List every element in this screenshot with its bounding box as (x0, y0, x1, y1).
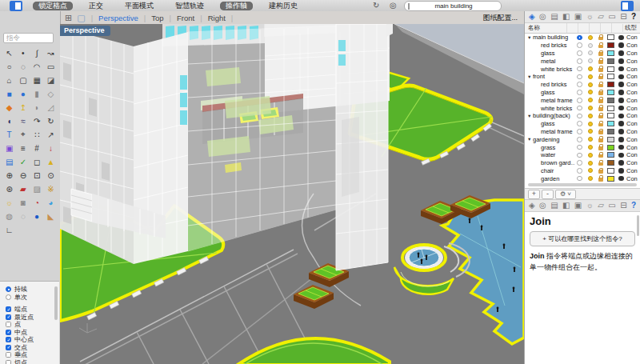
layer-row[interactable]: white bricks Con (525, 65, 640, 73)
osnap-mode-once[interactable]: 单次 (6, 294, 58, 302)
layer-visibility-bulb[interactable] (588, 58, 593, 63)
layer-visibility-bulb[interactable] (588, 74, 593, 79)
layer-linetype[interactable]: Con (626, 42, 640, 49)
sweep-tool-icon[interactable]: ↷ (30, 114, 44, 127)
text-tool-icon[interactable]: T (2, 128, 16, 141)
four-viewport-icon[interactable]: ⊞ (65, 12, 72, 23)
layout-panel-icon[interactable]: ▭ (608, 200, 615, 211)
checkbox-icon[interactable] (6, 322, 11, 327)
current-layer-radio[interactable] (577, 66, 582, 72)
osnap-perpendicular[interactable]: 垂点 (6, 351, 58, 359)
layer-color-swatch[interactable] (607, 66, 614, 72)
layer-visibility-bulb[interactable] (588, 82, 593, 87)
single-viewport-icon[interactable]: ▢ (77, 12, 85, 23)
layer-row[interactable]: red bricks Con (525, 81, 640, 89)
layer-material-icon[interactable] (618, 129, 624, 134)
layer-color-swatch[interactable] (607, 121, 614, 126)
plane-tool-icon[interactable]: ◇ (44, 87, 58, 100)
ortho-toggle[interactable]: 正交 (83, 2, 109, 10)
layer-visibility-bulb[interactable] (588, 90, 593, 94)
layer-color-swatch[interactable] (607, 129, 614, 134)
layer-material-icon[interactable] (618, 153, 624, 158)
layer-material-icon[interactable] (618, 121, 624, 126)
layer-row[interactable]: garden Con (525, 174, 640, 182)
layer-lock-icon[interactable] (598, 107, 603, 111)
hatch-tool-icon[interactable]: ◔ (30, 196, 44, 209)
history-toggle[interactable]: 建构历史 (263, 2, 303, 10)
layer-visibility-bulb[interactable] (588, 122, 593, 126)
cage-edit-icon[interactable]: ◻ (30, 155, 44, 168)
search-input[interactable] (410, 2, 506, 10)
materials-panel-icon[interactable]: ◧ (562, 200, 570, 211)
current-layer-radio[interactable] (577, 35, 582, 41)
add-layer-button[interactable]: + (528, 190, 540, 199)
layer-color-swatch[interactable] (607, 82, 614, 87)
layer-linetype[interactable]: Con (626, 128, 640, 135)
checkbox-icon[interactable] (6, 306, 11, 312)
layer-lock-icon[interactable] (598, 123, 603, 127)
current-layer-radio[interactable] (577, 50, 582, 56)
pin-tool-icon[interactable]: ↓ (44, 142, 58, 154)
layer-lock-icon[interactable] (598, 76, 603, 80)
layer-color-swatch[interactable] (607, 50, 614, 56)
current-layer-radio[interactable] (577, 106, 582, 111)
layer-row[interactable]: glass Con (525, 120, 640, 128)
layer-expand-arrow[interactable] (527, 35, 533, 40)
layer-row[interactable]: chair Con (525, 167, 640, 175)
layer-linetype[interactable]: Con (626, 97, 640, 104)
zoom-in-icon[interactable]: ⊕ (2, 169, 16, 182)
layer-color-swatch[interactable] (607, 145, 614, 150)
pyramid-tool-icon[interactable]: ▲ (44, 155, 58, 168)
sun-panel-icon[interactable]: ☼ (586, 200, 594, 211)
layer-lock-icon[interactable] (598, 37, 603, 41)
array-tool-icon[interactable]: # (30, 142, 44, 154)
zoom-out-icon[interactable]: ⊖ (16, 169, 30, 182)
layer-lock-icon[interactable] (598, 130, 603, 134)
named-views-panel-icon[interactable]: ▱ (598, 200, 604, 211)
osnap-tangent[interactable]: 切点 (6, 359, 58, 364)
layer-expand-arrow[interactable] (527, 114, 533, 118)
checkbox-icon[interactable] (6, 345, 11, 350)
current-layer-radio[interactable] (577, 58, 582, 64)
layer-material-icon[interactable] (618, 35, 624, 41)
current-layer-radio[interactable] (577, 160, 582, 166)
sphere-tool-icon[interactable]: ● (16, 87, 30, 100)
snap-grid-toggle[interactable]: 锁定格点 (33, 2, 73, 10)
layer-row[interactable]: water Con (525, 151, 640, 159)
layer-material-icon[interactable] (618, 168, 624, 174)
layer-expand-arrow[interactable] (527, 74, 533, 79)
named-views-panel-icon[interactable]: ▱ (598, 11, 604, 22)
revolve-tool-icon[interactable]: ↻ (44, 114, 58, 127)
current-layer-radio[interactable] (577, 168, 582, 174)
layer-color-swatch[interactable] (607, 58, 614, 64)
layer-linetype[interactable]: Con (626, 89, 640, 96)
layer-visibility-bulb[interactable] (588, 50, 593, 55)
loft-tool-icon[interactable]: ≈ (16, 114, 30, 127)
layer-linetype[interactable]: Con (626, 175, 640, 182)
sun-panel-icon[interactable]: ☼ (586, 11, 594, 22)
layer-visibility-bulb[interactable] (588, 168, 593, 173)
layer-material-icon[interactable] (618, 98, 624, 103)
layers-panel-icon[interactable]: ◈ (529, 11, 535, 22)
layer-material-icon[interactable] (618, 82, 624, 87)
explode-tool-icon[interactable]: ※ (44, 182, 58, 195)
layer-lock-icon[interactable] (598, 154, 603, 158)
viewport-tab-top[interactable]: Top (151, 14, 163, 22)
layer-lock-icon[interactable] (598, 52, 603, 56)
layer-color-swatch[interactable] (607, 34, 614, 40)
layer-row[interactable]: metal frame Con (525, 128, 640, 136)
layer-visibility-bulb[interactable] (588, 137, 593, 142)
layer-material-icon[interactable] (618, 74, 624, 80)
layer-color-swatch[interactable] (607, 90, 614, 95)
record-icon[interactable]: ◎ (390, 0, 397, 11)
curve-network-icon[interactable]: ▦ (30, 74, 44, 86)
radio-icon[interactable] (6, 294, 11, 300)
layer-linetype[interactable]: Con (626, 167, 640, 174)
layer-material-icon[interactable] (618, 66, 624, 72)
layer-row[interactable]: grass Con (525, 143, 640, 151)
osnap-scrollbar[interactable] (54, 286, 58, 320)
layer-lock-icon[interactable] (598, 45, 603, 49)
current-layer-radio[interactable] (577, 145, 582, 150)
monitor-panel-icon[interactable]: ⊟ (620, 200, 626, 211)
layer-color-swatch[interactable] (607, 168, 614, 174)
